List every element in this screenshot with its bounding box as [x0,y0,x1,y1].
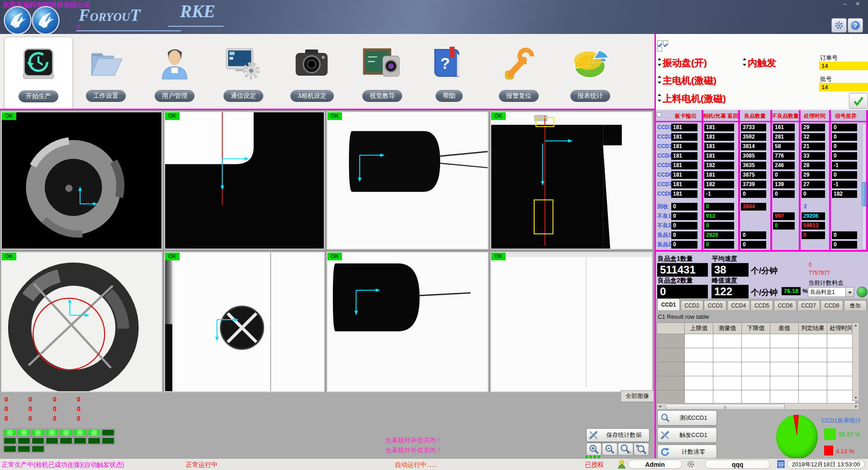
counter-value: 0 [5,405,8,412]
toolbar-label[interactable]: 通信设定 [223,90,263,102]
main-motor-control[interactable]: 主电机(激磁) [663,74,716,87]
result-row [657,390,856,404]
tab-ccd3[interactable]: CCD3 [704,300,726,310]
led-indicator [88,437,100,444]
operator-name[interactable]: qqq [705,460,770,469]
toolbar-item-alarm-reset[interactable]: 报警复位 [485,37,553,109]
checkbox-3[interactable] [657,47,662,52]
camera-panel-6[interactable]: OK [164,252,325,392]
tab-ccd7[interactable]: CCD7 [797,300,820,310]
toolbar-label[interactable]: 视觉教导 [362,90,402,102]
settings-button[interactable] [831,18,847,33]
toolbar-label[interactable]: 报警复位 [499,90,539,102]
tab-ccd1[interactable]: CCD1 [657,298,680,310]
tab-ccd6[interactable]: CCD6 [774,300,797,310]
table-cell: 181 [671,152,697,160]
toolbar-label[interactable]: 报表统计 [570,90,610,102]
close-button[interactable]: ✕ [853,1,862,8]
tab-叠加[interactable]: 叠加 [844,300,867,310]
camera-panel-5[interactable]: OK [1,252,162,392]
table-cell: 29 [802,171,825,179]
vibration-spinner[interactable] [658,58,662,66]
toolbar-item-work-settings[interactable]: 工作设置 [72,37,140,109]
tab-ccd8[interactable]: CCD8 [821,300,843,310]
main-motor-spinner[interactable] [658,76,662,84]
feed-motor-control[interactable]: 上料电机(激磁) [663,92,726,105]
checkbox-2[interactable] [663,40,668,45]
camera-image-1 [2,112,161,249]
toolbar-label[interactable]: 开始生产 [19,91,58,102]
toolbar-item-camera-settings[interactable]: 3相机设定 [278,37,346,109]
yield-pie-chart [776,415,818,459]
table-scrollbar[interactable] [862,124,866,249]
help-button[interactable]: ? [848,18,863,33]
minimize-button[interactable]: – [840,1,849,8]
table-scrollbar-thumb[interactable] [862,182,867,206]
toolbar-item-vision-teach[interactable]: 视觉教导 [348,37,416,109]
toolbar-item-report-stats[interactable]: 报表统计 [556,37,624,109]
column-header: 板卡输出 [669,112,702,120]
camera-panel-3[interactable]: OK [327,111,489,249]
toolbar-item-help[interactable]: ? 帮助 [415,37,483,109]
dropdown-arrow-icon[interactable] [845,288,854,297]
toolbar-item-start-production[interactable]: 开始生产 [4,37,73,110]
check-icon [853,96,864,106]
scroll-up-icon[interactable]: ▲ [853,323,859,328]
title-bar: 东莞市瑞科智能科技有限公司 ForyouT RKE 0 – ✕ ? [0,0,868,34]
toolbar-label[interactable]: 用户管理 [155,90,194,102]
toolbar-label[interactable]: 3相机设定 [290,90,334,102]
order-number-label: 订单号 [820,54,838,62]
table-cell: 997 [773,212,795,220]
scroll-right-icon[interactable]: ► [854,403,858,409]
user-name[interactable]: Admin [628,460,682,469]
counter-value: 0 [5,396,8,403]
confirm-button[interactable] [849,93,868,109]
batch-number-field[interactable]: 14 [819,83,868,91]
toolbar-item-user-management[interactable]: 用户管理 [141,37,209,109]
scroll-down-icon[interactable]: ▼ [853,395,859,401]
table-cell: 246 [773,162,795,169]
table-header-checkbox[interactable] [657,112,661,117]
vibration-control[interactable]: 振动盘(开) [663,57,707,69]
result-cell [799,376,827,390]
hscrollbar-thumb[interactable]: ||| [665,404,785,410]
zoom-1-1-button[interactable]: 1:1 [618,443,633,456]
tab-ccd5[interactable]: CCD5 [750,300,773,310]
trigger-ccd1-button[interactable]: 触发CCD1 [657,427,717,443]
toolbar-item-comm-settings[interactable]: 通信设定 [209,37,277,109]
zoom-out-button[interactable] [602,443,617,456]
zoom-in-button[interactable] [586,443,602,456]
counter-value: 0 [53,396,57,403]
camera-panel-4[interactable]: OK [490,111,653,249]
row-label: 良品2 [657,241,671,249]
inner-trigger-control[interactable]: 内触发 [748,57,776,69]
inner-trigger-spinner[interactable] [743,58,747,66]
feed-motor-spinner[interactable] [658,94,662,102]
scroll-left-icon[interactable]: ◄ [658,403,662,409]
toolbar-label[interactable]: 工作设置 [86,90,126,102]
brand-underline-2 [168,26,223,27]
zoom-fit-button[interactable] [634,443,649,456]
result-corner-cell [657,323,685,334]
led-indicator [102,437,114,444]
ok-badge: OK [2,253,16,260]
checkbox-1[interactable] [657,40,662,45]
camera-panel-8[interactable]: OK [490,252,653,392]
camera-panel-2[interactable]: OK [164,111,325,249]
order-number-field[interactable]: 14 [819,62,868,70]
all-images-button[interactable]: 全部图像 [621,390,654,402]
camera-panel-1[interactable]: OK [1,111,162,249]
test-ccd1-button[interactable]: 测试CCD1 [657,410,717,426]
save-stats-button[interactable]: 保存统计数据 [586,428,650,442]
tray-select[interactable]: 良品料盒1 [808,287,854,297]
toolbar-label[interactable]: 帮助 [436,90,463,102]
result-hscrollbar[interactable]: ◄ ► ||| [657,403,859,410]
tab-ccd4[interactable]: CCD4 [727,300,750,310]
tab-ccd2[interactable]: CCD2 [681,300,703,310]
camera-panel-7[interactable]: OK [327,252,489,392]
batch-number-label: 批号 [820,75,832,83]
result-vscrollbar[interactable]: ▲ ▼ [852,322,859,401]
ok-badge: OK [165,112,180,120]
count-reset-button[interactable]: 计数清零 [657,445,717,459]
led-indicator [60,429,72,436]
